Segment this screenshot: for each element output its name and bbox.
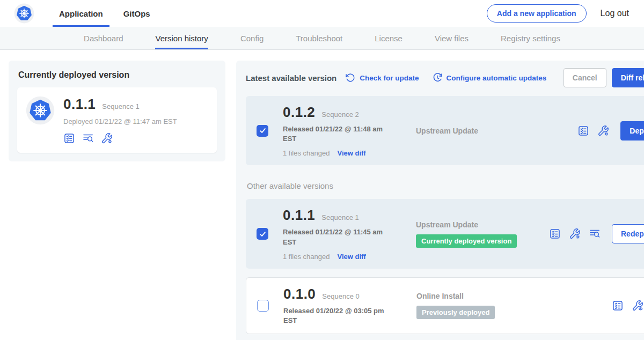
tab-registry-settings[interactable]: Registry settings — [501, 27, 560, 49]
deployed-version-number: 0.1.1 — [63, 96, 96, 113]
versions-panel-header: Latest available version Check for updat… — [246, 68, 644, 87]
tab-troubleshoot[interactable]: Troubleshoot — [296, 27, 342, 49]
files-changed-label: 1 files changed — [283, 253, 330, 261]
check-for-update-label: Check for update — [360, 74, 419, 82]
view-diff-link[interactable]: View diff — [337, 149, 365, 157]
deployed-timestamp: Deployed 01/21/22 @ 11:47 am EST — [63, 117, 177, 125]
sequence-label: Sequence 1 — [321, 213, 358, 221]
tab-dashboard[interactable]: Dashboard — [84, 27, 123, 49]
version-checkbox[interactable] — [257, 228, 268, 240]
config-view-icon[interactable] — [632, 300, 643, 312]
version-card: 0.1.2 Sequence 2 Released 01/21/22 @ 11:… — [246, 96, 644, 165]
version-number: 0.1.2 — [283, 104, 315, 121]
check-icon — [259, 230, 267, 238]
deploy-logs-icon[interactable] — [82, 132, 94, 144]
version-source-label: Upstream Update — [416, 220, 549, 229]
deploy-button[interactable]: Deploy — [620, 121, 644, 141]
released-timestamp: Released 01/21/22 @ 11:45 am EST — [283, 227, 388, 247]
latest-version-title: Latest available version — [246, 73, 336, 83]
tab-config[interactable]: Config — [240, 27, 264, 49]
app-sub-nav: Dashboard Version history Config Trouble… — [0, 27, 644, 50]
tab-application[interactable]: Application — [53, 0, 109, 27]
check-icon — [259, 127, 267, 135]
main-content: Currently deployed version 0.1.1 Sequenc… — [0, 50, 644, 340]
deployed-version-card: 0.1.1 Sequence 1 Deployed 01/21/22 @ 11:… — [17, 87, 217, 153]
config-icon[interactable] — [569, 228, 581, 240]
configure-updates-label: Configure automatic updates — [447, 74, 547, 82]
sequence-label: Sequence 0 — [322, 292, 359, 300]
tab-license[interactable]: License — [375, 27, 402, 49]
deployed-panel-title: Currently deployed version — [18, 70, 217, 80]
top-nav: Application GitOps Add a new application… — [0, 0, 644, 27]
other-versions-title: Other available versions — [247, 181, 644, 190]
release-notes-icon[interactable] — [577, 125, 589, 137]
logout-link[interactable]: Log out — [601, 9, 629, 18]
redeploy-button[interactable]: Redeploy — [612, 224, 644, 243]
released-timestamp: Released 01/20/22 @ 03:05 pm EST — [283, 306, 389, 326]
version-card: 0.1.1 Sequence 1 Released 01/21/22 @ 11:… — [246, 199, 644, 268]
version-history-panel: Latest available version Check for updat… — [236, 61, 644, 340]
diff-releases-button[interactable]: Diff releases — [612, 68, 644, 87]
deploy-logs-icon[interactable] — [589, 228, 601, 240]
config-icon[interactable] — [101, 132, 113, 144]
version-source-label: Online Install — [416, 292, 550, 300]
version-card: 0.1.0 Sequence 0 Released 01/20/22 @ 03:… — [246, 277, 644, 334]
clock-refresh-icon — [432, 72, 443, 83]
tab-view-files[interactable]: View files — [435, 27, 469, 49]
kubernetes-logo-icon — [14, 0, 34, 27]
configure-automatic-updates-link[interactable]: Configure automatic updates — [432, 72, 547, 83]
version-number: 0.1.1 — [283, 207, 315, 224]
top-nav-right: Add a new application Log out — [487, 0, 644, 27]
top-nav-tabs: Application GitOps — [53, 0, 164, 27]
check-for-update-link[interactable]: Check for update — [345, 72, 419, 83]
sequence-label: Sequence 2 — [321, 110, 358, 119]
tab-gitops[interactable]: GitOps — [117, 0, 157, 27]
config-icon[interactable] — [597, 125, 609, 137]
refresh-icon — [345, 72, 356, 83]
currently-deployed-badge: Currently deployed version — [416, 234, 517, 248]
view-diff-link[interactable]: View diff — [337, 253, 365, 261]
previously-deployed-badge: Previously deployed — [416, 306, 495, 319]
release-notes-icon[interactable] — [612, 300, 624, 312]
cancel-button[interactable]: Cancel — [564, 68, 606, 87]
tab-version-history[interactable]: Version history — [155, 27, 208, 49]
release-notes-icon[interactable] — [63, 132, 75, 144]
currently-deployed-panel: Currently deployed version 0.1.1 Sequenc… — [9, 61, 225, 161]
released-timestamp: Released 01/21/22 @ 11:48 am EST — [283, 124, 388, 144]
add-application-button[interactable]: Add a new application — [487, 4, 587, 23]
version-number: 0.1.0 — [283, 286, 316, 302]
deployed-sequence-label: Sequence 1 — [102, 102, 139, 110]
kubernetes-app-icon — [26, 96, 55, 125]
version-checkbox[interactable] — [257, 300, 269, 312]
version-source-label: Upstream Update — [416, 127, 549, 135]
release-notes-icon[interactable] — [549, 228, 561, 240]
version-checkbox[interactable] — [257, 125, 268, 137]
files-changed-label: 1 files changed — [283, 149, 330, 157]
